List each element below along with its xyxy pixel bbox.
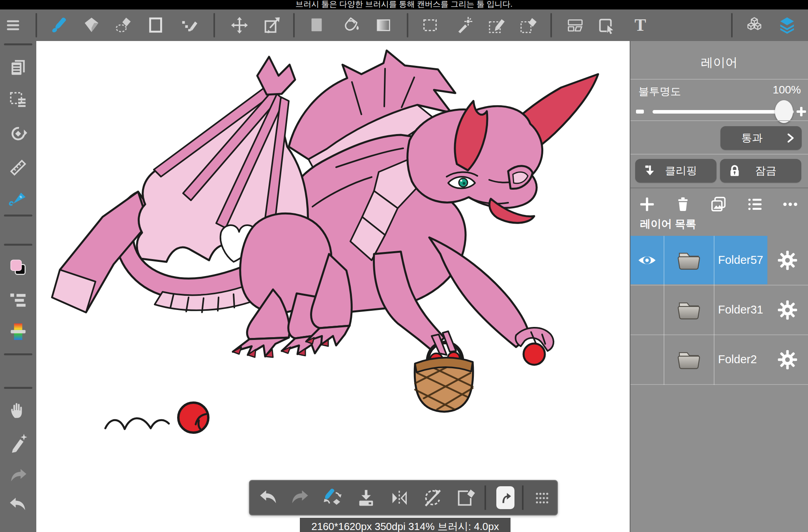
layer-thumbnail[interactable] — [664, 236, 714, 284]
undo-icon — [8, 495, 28, 515]
flip-canvas-button[interactable] — [389, 487, 410, 509]
divide-canvas-button[interactable] — [565, 15, 585, 35]
material-3d-button[interactable] — [744, 15, 765, 35]
redo-button[interactable] — [7, 465, 30, 488]
material-brush-icon — [8, 189, 28, 209]
clear-layer-button[interactable] — [455, 487, 476, 509]
transform-tool-button[interactable] — [261, 15, 282, 35]
layer-thumbnail[interactable] — [664, 286, 714, 334]
status-text: 2160*1620px 350dpi 314% 브러시: 4.0px 100% — [311, 521, 499, 532]
layers-panel-button[interactable] — [777, 15, 797, 35]
tooltip-text: 브러시 툴은 다양한 브러시를 통해 캔버스를 그리는 툴 입니다. — [0, 0, 808, 9]
text-tool-icon: T — [634, 16, 646, 34]
move-icon — [230, 16, 249, 34]
color-picker-button[interactable] — [7, 320, 30, 343]
floatbar-divider — [484, 485, 486, 510]
undo-button[interactable] — [7, 494, 30, 517]
magic-wand-tool-button[interactable] — [454, 15, 475, 35]
color-swatch-button[interactable] — [7, 256, 30, 279]
gradient-icon — [374, 16, 393, 34]
hand-tool-button[interactable] — [7, 399, 30, 422]
ruler-button[interactable] — [7, 156, 30, 179]
toolbar-divider — [36, 13, 37, 37]
clear-eraser-icon — [455, 488, 476, 508]
status-bar: 2160*1620px 350dpi 314% 브러시: 4.0px 100% — [300, 518, 511, 532]
lock-button[interactable]: 잠금 — [720, 159, 801, 183]
brush-list-button[interactable] — [7, 289, 30, 312]
layer-settings-button[interactable] — [772, 335, 803, 384]
layer-settings-button[interactable] — [772, 236, 803, 284]
rotate-canvas-button[interactable] — [7, 122, 30, 145]
selection-list-icon — [8, 90, 28, 110]
visibility-toggle[interactable] — [630, 286, 664, 334]
gradient-tool-button[interactable] — [373, 15, 394, 35]
opacity-plus-icon[interactable] — [795, 106, 807, 118]
layer-row-folder2[interactable]: Folder2 — [630, 335, 808, 384]
opacity-minus-button[interactable] — [636, 110, 644, 114]
menu-button[interactable] — [3, 15, 23, 35]
text-tool-button[interactable]: T — [630, 15, 651, 35]
layer-list-view-button[interactable] — [745, 194, 765, 214]
layer-thumbnail[interactable] — [664, 335, 714, 384]
layer-row-folder57[interactable]: Folder57 — [630, 236, 808, 284]
polyline-pen-icon — [180, 16, 198, 34]
visibility-toggle[interactable] — [630, 236, 664, 284]
row-separator — [630, 384, 808, 385]
bucket-tool-button[interactable] — [341, 15, 361, 35]
redo-button[interactable] — [289, 487, 310, 509]
fill-color-button[interactable] — [307, 15, 327, 35]
flip-horizontal-icon — [389, 488, 410, 508]
layer-name[interactable]: Folder57 — [718, 236, 763, 284]
select-pen-icon — [488, 16, 506, 34]
undo-icon — [258, 488, 279, 508]
undo-button[interactable] — [258, 487, 279, 509]
delete-layer-button[interactable] — [673, 194, 693, 214]
layer-name[interactable]: Folder31 — [718, 286, 763, 334]
visibility-toggle[interactable] — [630, 335, 664, 384]
save-button[interactable] — [355, 487, 377, 509]
dots-grid-icon — [532, 488, 552, 508]
move-tool-button[interactable] — [229, 15, 250, 35]
eye-icon — [637, 250, 657, 271]
opacity-slider-knob[interactable] — [775, 100, 793, 123]
brush-eraser-toggle-button[interactable] — [322, 487, 343, 509]
eraser-tool-button[interactable] — [81, 15, 102, 35]
canvas[interactable] — [36, 41, 630, 532]
layer-row-folder31[interactable]: Folder31 — [630, 286, 808, 334]
layer-more-button[interactable] — [780, 194, 800, 214]
shape-tool-button[interactable] — [146, 15, 166, 35]
sidebar-divider — [4, 353, 32, 355]
select-rect-tool-button[interactable] — [420, 15, 440, 35]
material-brush-button[interactable] — [7, 187, 30, 210]
eyedropper-pen-button[interactable] — [7, 431, 30, 454]
polyline-tool-button[interactable] — [179, 15, 200, 35]
add-layer-button[interactable] — [637, 194, 657, 214]
object-select-button[interactable] — [596, 15, 616, 35]
toolbar-divider — [550, 13, 552, 37]
select-pen-tool-button[interactable] — [486, 15, 507, 35]
layer-settings-button[interactable] — [772, 286, 803, 334]
app-window: 브러시 툴은 다양한 브러시를 통해 캔버스를 그리는 툴 입니다. — [0, 0, 808, 532]
panel-divider — [630, 187, 808, 189]
clipping-button[interactable]: 클리핑 — [635, 159, 716, 183]
lasso-eraser-tool-button[interactable] — [113, 15, 134, 35]
opacity-slider-track[interactable] — [653, 110, 794, 114]
selection-options-button[interactable] — [7, 89, 30, 112]
save-download-icon — [356, 488, 376, 508]
pages-button[interactable] — [7, 56, 30, 79]
drag-handle[interactable] — [531, 487, 553, 509]
duplicate-image-icon — [709, 195, 728, 213]
select-rectangle-icon — [421, 16, 439, 34]
pen-mode-button[interactable] — [496, 486, 514, 509]
brush-tool-button[interactable] — [49, 15, 69, 35]
select-eraser-tool-button[interactable] — [518, 15, 539, 35]
gear-icon — [777, 250, 798, 271]
bucket-icon — [342, 16, 360, 34]
layer-name[interactable]: Folder2 — [718, 335, 757, 384]
duplicate-layer-button[interactable] — [709, 194, 728, 214]
brush-icon — [50, 16, 68, 34]
folder-icon — [675, 246, 703, 274]
blend-mode-button[interactable]: 통과 — [720, 126, 802, 150]
rotate-lock-button[interactable] — [422, 487, 443, 509]
opacity-label: 불투명도 — [638, 84, 681, 99]
